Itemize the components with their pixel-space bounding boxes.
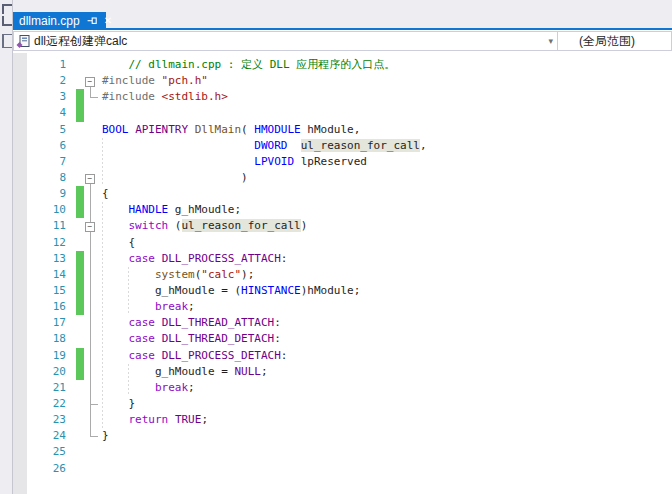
code-token: #include bbox=[102, 90, 155, 103]
code-token: HMODULE bbox=[254, 123, 300, 136]
line-number-gutter: 1234567891011121314151617181920212223242… bbox=[28, 57, 66, 477]
line-number: 1 bbox=[28, 57, 66, 73]
code-token: : bbox=[281, 252, 288, 265]
line-number: 9 bbox=[28, 186, 66, 202]
code-token: ; bbox=[188, 381, 195, 394]
code-token bbox=[102, 413, 129, 426]
code-token: , bbox=[420, 139, 427, 152]
chevron-down-icon[interactable]: ▾ bbox=[548, 37, 553, 46]
change-tracking-bar bbox=[76, 251, 84, 267]
code-line[interactable]: return TRUE; bbox=[102, 412, 427, 428]
code-token: APIENTRY bbox=[135, 123, 188, 136]
code-token: )hModule; bbox=[301, 284, 361, 297]
code-token: ; bbox=[188, 300, 195, 313]
line-number: 7 bbox=[28, 154, 66, 170]
code-token: { bbox=[102, 187, 109, 200]
code-token bbox=[102, 155, 254, 168]
code-token: { bbox=[102, 236, 135, 249]
code-token bbox=[102, 349, 129, 362]
panel-icon-fragment bbox=[2, 4, 12, 14]
code-line[interactable]: LPVOID lpReserved bbox=[102, 154, 427, 170]
code-line[interactable]: BOOL APIENTRY DllMain( HMODULE hModule, bbox=[102, 122, 427, 138]
outline-guide-end bbox=[90, 404, 98, 405]
panel-icon-fragment bbox=[2, 34, 12, 48]
code-token: DLL_PROCESS_ATTACH bbox=[162, 252, 281, 265]
code-token: ( bbox=[168, 219, 181, 232]
change-tracking-bar bbox=[76, 364, 84, 380]
code-token: HINSTANCE bbox=[241, 284, 301, 297]
code-line[interactable]: // dllmain.cpp : 定义 DLL 应用程序的入口点。 bbox=[102, 57, 427, 73]
change-tracking-bar bbox=[76, 202, 84, 218]
change-tracking-bar bbox=[76, 186, 84, 202]
code-line[interactable]: case DLL_PROCESS_ATTACH: bbox=[102, 251, 427, 267]
code-token: hModule, bbox=[301, 123, 361, 136]
collapse-toggle[interactable]: − bbox=[85, 222, 95, 232]
change-tracking-bar bbox=[76, 89, 84, 105]
code-line[interactable]: { bbox=[102, 235, 427, 251]
code-line[interactable]: } bbox=[102, 428, 427, 444]
code-token: DLL_THREAD_ATTACH bbox=[162, 316, 275, 329]
code-token bbox=[102, 316, 129, 329]
code-line[interactable]: g_hMoudle = (HINSTANCE)hModule; bbox=[102, 283, 427, 299]
code-line[interactable]: #include <stdlib.h> bbox=[102, 89, 427, 105]
code-line[interactable]: } bbox=[102, 396, 427, 412]
code-token bbox=[102, 381, 155, 394]
line-number: 17 bbox=[28, 315, 66, 331]
symbol-highlight: ul_reason_for_call bbox=[301, 139, 420, 152]
code-token: ; bbox=[261, 365, 268, 378]
line-number: 18 bbox=[28, 331, 66, 347]
navigation-bar: dll远程创建弹calc ▾ (全局范围) bbox=[13, 30, 672, 53]
code-line[interactable]: case DLL_PROCESS_DETACH: bbox=[102, 348, 427, 364]
code-token: DLL_PROCESS_DETACH bbox=[162, 349, 281, 362]
code-token: case bbox=[129, 349, 156, 362]
code-line[interactable] bbox=[102, 105, 427, 121]
code-token: ; bbox=[201, 413, 208, 426]
code-token: <stdlib.h> bbox=[162, 90, 228, 103]
code-line[interactable]: ) bbox=[102, 170, 427, 186]
line-number: 10 bbox=[28, 202, 66, 218]
code-token bbox=[102, 58, 129, 71]
symbol-highlight: ul_reason_for_call bbox=[182, 219, 301, 232]
code-token: DLL_THREAD_DETACH bbox=[162, 332, 275, 345]
code-line[interactable]: DWORD ul_reason_for_call, bbox=[102, 138, 427, 154]
panel-icon-fragment bbox=[2, 16, 12, 26]
code-line[interactable] bbox=[102, 444, 427, 460]
code-token: g_hMoudle; bbox=[168, 203, 241, 216]
code-token: case bbox=[129, 332, 156, 345]
line-number: 19 bbox=[28, 348, 66, 364]
code-line[interactable]: system("calc"); bbox=[102, 267, 427, 283]
symbol-dropdown[interactable]: dll远程创建弹calc ▾ bbox=[13, 31, 558, 51]
code-line[interactable]: { bbox=[102, 186, 427, 202]
indicator-margin bbox=[13, 53, 27, 494]
change-tracking-bar bbox=[76, 348, 84, 364]
code-line[interactable]: #include "pch.h" bbox=[102, 73, 427, 89]
collapse-toggle[interactable]: − bbox=[85, 174, 95, 184]
code-token: HANDLE bbox=[129, 203, 169, 216]
line-number: 25 bbox=[28, 444, 66, 460]
code-line[interactable]: switch (ul_reason_for_call) bbox=[102, 218, 427, 234]
code-line[interactable]: case DLL_THREAD_ATTACH: bbox=[102, 315, 427, 331]
code-token bbox=[155, 332, 162, 345]
close-icon[interactable]: ✕ bbox=[104, 16, 112, 26]
pin-icon[interactable] bbox=[87, 16, 98, 27]
code-line[interactable]: g_hMoudle = NULL; bbox=[102, 364, 427, 380]
code-line[interactable]: case DLL_THREAD_DETACH: bbox=[102, 331, 427, 347]
code-token bbox=[155, 74, 162, 87]
code-lines: // dllmain.cpp : 定义 DLL 应用程序的入口点。#includ… bbox=[102, 57, 427, 477]
code-editor[interactable]: 1234567891011121314151617181920212223242… bbox=[13, 53, 672, 494]
code-line[interactable]: break; bbox=[102, 380, 427, 396]
editor-group: dllmain.cpp ✕ bbox=[13, 0, 672, 494]
code-token: DllMain bbox=[195, 123, 241, 136]
collapse-toggle[interactable]: − bbox=[85, 77, 95, 87]
code-line[interactable]: break; bbox=[102, 299, 427, 315]
code-token: NULL bbox=[234, 365, 261, 378]
line-number: 4 bbox=[28, 105, 66, 121]
line-number: 8 bbox=[28, 170, 66, 186]
code-token bbox=[102, 300, 155, 313]
code-line[interactable]: HANDLE g_hMoudle; bbox=[102, 202, 427, 218]
change-tracking-bar bbox=[76, 299, 84, 315]
scope-dropdown[interactable]: (全局范围) bbox=[557, 31, 672, 51]
outline-guide-end bbox=[90, 97, 98, 98]
code-token: } bbox=[102, 429, 109, 442]
code-line[interactable] bbox=[102, 461, 427, 477]
